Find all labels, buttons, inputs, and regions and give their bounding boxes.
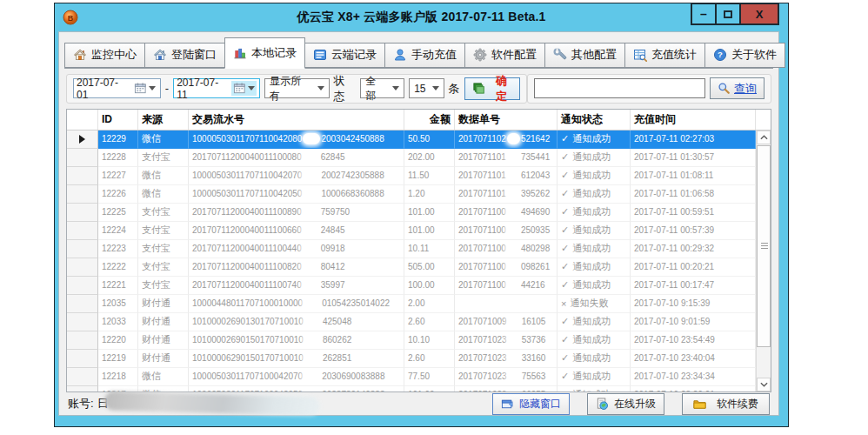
tab-other-config[interactable]: 其他配置	[544, 43, 625, 68]
cell-recharge-time: 2017-07-11 00:17:47	[631, 277, 756, 295]
status-select[interactable]: 全部	[360, 78, 404, 98]
scroll-up-button[interactable]	[757, 130, 771, 144]
query-button[interactable]: 查询	[710, 77, 765, 99]
censor-blur	[303, 279, 320, 291]
cell-source: 支付宝	[138, 277, 189, 295]
hide-window-button[interactable]: 隐藏窗口	[492, 393, 570, 415]
table-row[interactable]: 12033财付通101000026901301707100104250482.6…	[67, 313, 756, 331]
cell-id: 12218	[98, 368, 138, 386]
date-to-picker[interactable]: 2017-07-11	[173, 78, 260, 98]
column-header-3[interactable]: 交易流水号	[189, 110, 404, 130]
tab-label: 登陆窗口	[171, 47, 217, 63]
tab-cloud-records[interactable]: 云端记录	[304, 43, 385, 68]
minimize-button[interactable]: –	[691, 3, 717, 25]
check-icon: ✓	[561, 151, 569, 163]
table-row[interactable]: 12223支付宝201707112000400111004400991810.1…	[67, 240, 756, 258]
window-title: 优云宝 X8+ 云端多账户版 2017-07-11 Beta.1	[55, 10, 788, 25]
table-row[interactable]: 12224支付宝2017071120004001110066024845101.…	[67, 222, 756, 240]
cell-amount: 202.00	[404, 149, 455, 167]
cell-recharge-time: 2017-07-11 02:27:03	[631, 130, 756, 149]
app-window: B 优云宝 X8+ 云端多账户版 2017-07-11 Beta.1 – X 监…	[54, 3, 789, 427]
search-input[interactable]	[534, 78, 705, 98]
cell-order-no: 201707102333160	[455, 350, 558, 368]
table-row[interactable]: 12229微信100005030117071100420802003042450…	[67, 130, 756, 149]
check-icon: ✓	[561, 188, 569, 199]
hide-window-label: 隐藏窗口	[519, 397, 561, 412]
vertical-scrollbar[interactable]	[756, 130, 771, 392]
censor-blur	[303, 206, 320, 218]
cell-source: 财付通	[138, 313, 189, 331]
table-row[interactable]: 12217微信100005030117071000420500028780140…	[67, 386, 756, 392]
censor-blur	[508, 334, 521, 345]
table-row[interactable]: 12227微信100005030117071100420702002742305…	[67, 167, 756, 185]
censor-blur	[303, 170, 320, 181]
table-row[interactable]: 12219财付通101000062901501707100102628512.6…	[67, 350, 756, 368]
cell-recharge-time: 2017-07-10 23:29:01	[631, 386, 756, 392]
online-upgrade-button[interactable]: 在线升级	[587, 393, 664, 415]
cell-amount: 1.20	[404, 185, 455, 204]
search-icon	[718, 82, 731, 95]
globe-document-icon	[596, 398, 609, 411]
cell-source: 微信	[138, 130, 189, 149]
page-size-select[interactable]: 15	[409, 78, 444, 98]
display-mode-value: 显示所有	[270, 74, 311, 104]
cell-amount: 77.50	[404, 368, 455, 386]
cell-amount: 2.60	[404, 313, 455, 331]
confirm-button[interactable]: 确定	[464, 77, 521, 100]
tab-monitor-center[interactable]: 监控中心	[64, 43, 145, 68]
tab-recharge-stats[interactable]: 充值统计	[624, 43, 705, 68]
table-row[interactable]: 12228支付宝2017071120004001110008062845202.…	[67, 149, 756, 167]
cell-source: 支付宝	[138, 204, 189, 222]
censor-blur	[304, 352, 322, 364]
scroll-down-button[interactable]	[757, 378, 771, 392]
table-row[interactable]: 12222支付宝2017071120004001110082080412505.…	[67, 258, 756, 277]
check-icon: ✓	[561, 371, 569, 382]
table-row[interactable]: 12221支付宝2017071120004001110074035997100.…	[67, 277, 756, 295]
tab-login-window[interactable]: 登陆窗口	[144, 43, 225, 68]
cell-order-no: 2017071101612043	[455, 167, 558, 185]
row-selector	[67, 277, 98, 295]
table-row[interactable]: 12218微信100005030117071000420702030690083…	[67, 368, 756, 386]
display-mode-select[interactable]: 显示所有	[264, 78, 330, 98]
search-group: 查询	[527, 74, 771, 104]
row-selector	[67, 295, 98, 313]
table-row[interactable]: 12225支付宝20170711200040011100890759750101…	[67, 204, 756, 222]
cell-amount: 101.00	[404, 386, 455, 392]
date-from-dropdown[interactable]	[132, 81, 157, 96]
cell-order-no: 201707110044216	[455, 277, 558, 295]
tab-software-config[interactable]: 软件配置	[464, 43, 545, 68]
close-button[interactable]: X	[739, 3, 779, 25]
software-renew-button[interactable]: 软件续费	[682, 393, 770, 415]
column-header-7[interactable]: 充值时间	[631, 110, 756, 130]
tab-manual-recharge[interactable]: 手动充值	[384, 43, 465, 68]
column-header-2[interactable]: 来源	[138, 110, 189, 130]
cell-notify-status: ✓通知成功	[558, 240, 631, 258]
column-header-1[interactable]: ID	[98, 110, 138, 130]
column-header-5[interactable]: 数据单号	[455, 110, 558, 130]
date-from-picker[interactable]: 2017-07-01	[73, 78, 161, 98]
column-header-0[interactable]	[67, 110, 98, 130]
tab-about-software[interactable]: ?关于软件	[704, 43, 785, 68]
maximize-button[interactable]	[715, 3, 741, 25]
titlebar[interactable]: B 优云宝 X8+ 云端多账户版 2017-07-11 Beta.1 – X	[55, 3, 788, 31]
cell-recharge-time: 2017-07-10 23:34:34	[631, 368, 756, 386]
chevron-down-icon	[392, 86, 399, 90]
column-header-6[interactable]: 通知状态	[558, 110, 631, 130]
confirm-label: 确定	[491, 73, 513, 104]
tab-local-records[interactable]: 本地记录	[224, 37, 305, 69]
cell-notify-status: ✓通知成功	[558, 185, 631, 204]
censor-blur	[304, 334, 322, 345]
check-icon: ✓	[561, 133, 569, 144]
check-icon: ✓	[561, 389, 569, 392]
scrollbar-thumb[interactable]	[757, 145, 771, 347]
table-row[interactable]: 12226微信100005030117071100420501000668360…	[67, 185, 756, 204]
column-header-4[interactable]: 金额	[404, 110, 455, 130]
home-blue-icon	[153, 48, 167, 62]
table-row[interactable]: 12220财付通1010000269015017071001086026210.…	[67, 331, 756, 350]
date-to-dropdown[interactable]	[231, 81, 257, 96]
censor-blur	[508, 371, 521, 382]
check-icon: ✓	[561, 206, 569, 218]
cell-transaction-no: 2017071120004001110044009918	[189, 240, 404, 258]
row-selector	[67, 350, 98, 368]
table-row[interactable]: 12035财付通10000448011707100010000010542350…	[67, 295, 756, 313]
